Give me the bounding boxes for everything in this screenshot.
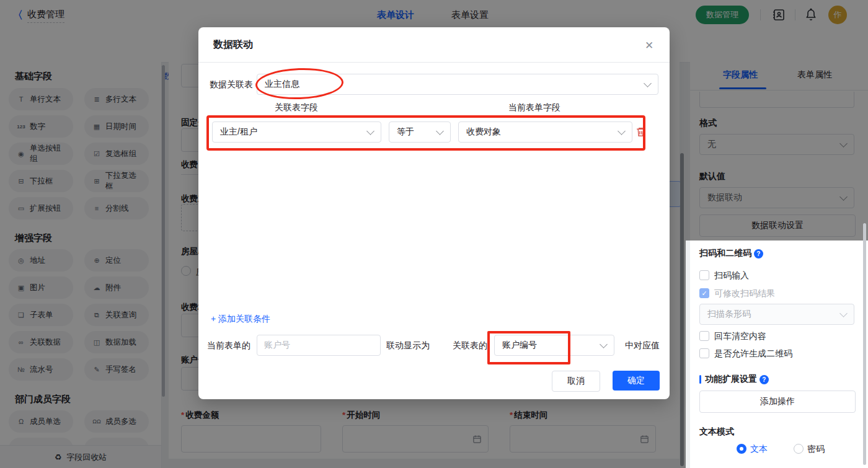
- add-condition-link[interactable]: + 添加关联条件: [211, 314, 270, 325]
- allow-qrcode-label: 是否允许生成二维码: [714, 348, 792, 360]
- enter-clear-checkbox[interactable]: [699, 331, 709, 341]
- question-icon[interactable]: ?: [760, 375, 769, 384]
- chevron-down-icon: [839, 309, 848, 317]
- editable-scan-result-checkbox[interactable]: ✓: [699, 288, 709, 298]
- link-table-prefix: 关联表的: [453, 340, 487, 351]
- chevron-down-icon: [644, 79, 652, 87]
- scan-input-label: 扫码输入: [714, 270, 749, 281]
- column-header-link-field: 关联表字段: [275, 102, 318, 113]
- annotation-rect-condition-row: [206, 115, 645, 151]
- chevron-down-icon: [600, 340, 608, 348]
- current-field-input[interactable]: [257, 335, 381, 356]
- scan-input-checkbox[interactable]: [699, 270, 709, 280]
- text-mode-radio-text[interactable]: [737, 444, 746, 454]
- text-mode-radio-password[interactable]: [794, 444, 804, 454]
- column-header-current-field: 当前表单字段: [508, 102, 560, 113]
- scan-section-title: 扫码和二维码 ?: [699, 248, 763, 259]
- text-mode-radio-text-label: 文本: [750, 444, 768, 455]
- modal-title: 数据联动: [213, 38, 253, 51]
- barcode-select[interactable]: 扫描条形码: [699, 304, 854, 325]
- linkage-display-as-label: 联动显示为: [386, 340, 430, 351]
- annotation-rect-table-field: [487, 331, 570, 364]
- text-mode-radio-password-label: 密码: [807, 444, 825, 455]
- app-root: 〈 收费管理 表单设计 表单设置 数据管理 作 表单外链 后端脚本 数据权限 预…: [0, 0, 868, 468]
- text-mode-label: 文本模式: [699, 426, 734, 438]
- editable-scan-result-label: 可修改扫码结果: [714, 288, 775, 299]
- link-table-label: 数据关联表: [210, 79, 253, 91]
- close-icon[interactable]: ✕: [645, 39, 653, 52]
- confirm-button[interactable]: 确定: [613, 371, 660, 391]
- corresponding-value-suffix: 中对应值: [625, 340, 660, 351]
- question-icon[interactable]: ?: [754, 249, 763, 258]
- enter-clear-label: 回车清空内容: [714, 331, 766, 342]
- panel-scrollbar[interactable]: [863, 223, 866, 465]
- allow-qrcode-checkbox[interactable]: [699, 348, 709, 358]
- add-action-button[interactable]: 添加操作: [699, 391, 856, 413]
- divider: [198, 62, 670, 63]
- section-accent-bar: [699, 375, 701, 384]
- cancel-button[interactable]: 取消: [552, 371, 600, 392]
- current-form-prefix: 当前表单的: [207, 340, 250, 351]
- ext-section-title: 功能扩展设置 ?: [705, 374, 769, 385]
